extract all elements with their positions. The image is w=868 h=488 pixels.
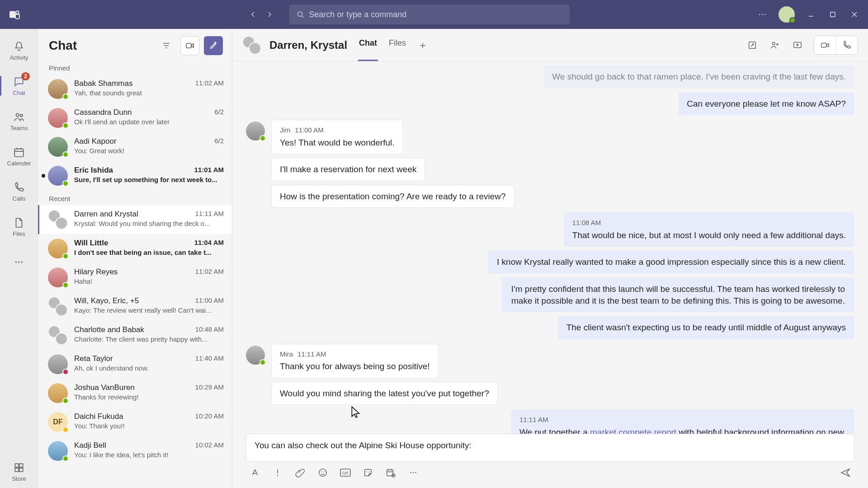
- chat-items-scroll[interactable]: Pinned Babak Shammas11:02 AM Yah, that s…: [38, 60, 232, 488]
- minimize-button[interactable]: [806, 9, 816, 20]
- message-text: Thank you for always being so positive!: [280, 361, 430, 371]
- tab-files[interactable]: Files: [388, 29, 407, 61]
- rail-calendar[interactable]: Calender: [0, 140, 38, 173]
- rail-activity[interactable]: Activity: [0, 34, 38, 67]
- chat-preview: Kayo: The review went really well! Can't…: [74, 306, 224, 314]
- chat-row-recent-6[interactable]: Joshua VanBuren10:29 AM Thanks for revie…: [38, 379, 232, 408]
- share-screen-button[interactable]: [788, 36, 807, 54]
- chat-row-recent-3[interactable]: Will, Kayo, Eric, +511:00 AM Kayo: The r…: [38, 292, 232, 321]
- svg-point-1: [16, 11, 19, 14]
- gif-button[interactable]: GIF: [339, 466, 352, 479]
- chat-row-pinned-1[interactable]: Cassandra Dunn6/2 Ok I'll send an update…: [38, 103, 232, 132]
- chat-preview: You: I like the idea, let's pitch it!: [74, 451, 224, 459]
- current-user-avatar[interactable]: [778, 6, 795, 23]
- chat-preview: You: Thank you!!: [74, 422, 224, 430]
- chat-time: 6/2: [214, 108, 224, 117]
- sender-name: Mira: [280, 350, 293, 359]
- send-button[interactable]: [839, 466, 852, 479]
- video-icon: [820, 40, 830, 50]
- message-bubble[interactable]: I'm pretty confident that this launch wi…: [502, 277, 854, 312]
- rail-store[interactable]: Store: [0, 455, 38, 488]
- priority-button[interactable]: [271, 466, 284, 479]
- emoji-button[interactable]: [316, 466, 329, 479]
- chat-row-recent-2[interactable]: Hilary Reyes11:02 AM Haha!: [38, 263, 232, 292]
- chat-time: 6/2: [214, 137, 224, 146]
- message-bubble[interactable]: The client wasn't expecting us to be rea…: [558, 316, 854, 339]
- titlebar: [0, 0, 868, 29]
- forward-button[interactable]: [263, 8, 276, 21]
- message-time: 11:00 AM: [295, 126, 323, 135]
- maximize-button[interactable]: [827, 9, 838, 20]
- rail-calls[interactable]: Calls: [0, 175, 38, 208]
- rail-chat[interactable]: 2 Chat: [0, 70, 38, 102]
- avatar: [48, 267, 68, 287]
- message-bubble[interactable]: Mira11:11 AM Thank you for always being …: [271, 344, 439, 378]
- conversation-title: Darren, Krystal: [269, 39, 347, 52]
- message-bubble[interactable]: Can everyone please let me know ASAP?: [678, 92, 854, 116]
- message-bubble[interactable]: How is the presentation coming? Are we r…: [271, 185, 514, 208]
- chat-row-recent-4[interactable]: Charlotte and Babak10:48 AM Charlotte: T…: [38, 321, 232, 350]
- composer-input[interactable]: [255, 441, 846, 453]
- chat-time: 11:40 AM: [195, 354, 224, 363]
- composer[interactable]: [246, 434, 854, 462]
- tab-chat[interactable]: Chat: [358, 29, 378, 61]
- svg-point-33: [413, 472, 414, 474]
- chat-row-recent-1[interactable]: Will Little11:04 AM I don't see that bei…: [38, 234, 232, 263]
- chat-row-recent-7[interactable]: DF Daichi Fukuda10:20 AM You: Thank you!…: [38, 408, 232, 436]
- message-bubble[interactable]: 11:08 AM That would be nice, but at most…: [564, 212, 854, 247]
- new-chat-button[interactable]: [204, 36, 223, 55]
- message-bubble[interactable]: I'll make a reservation for next week: [271, 158, 425, 181]
- chat-time: 11:01 AM: [194, 166, 224, 175]
- gif-icon: GIF: [340, 468, 351, 477]
- chat-row-recent-5[interactable]: Reta Taylor11:40 AM Ah, ok I understand …: [38, 350, 232, 379]
- chat-row-pinned-2[interactable]: Aadi Kapoor6/2 You: Great work!: [38, 132, 232, 161]
- file-icon: [13, 217, 25, 229]
- svg-text:GIF: GIF: [342, 471, 349, 475]
- avatar: [48, 296, 68, 316]
- chat-time: 11:04 AM: [194, 239, 224, 248]
- back-button[interactable]: [247, 8, 259, 21]
- chat-preview: Charlotte: The client was pretty happy w…: [74, 335, 224, 343]
- rail-files[interactable]: Files: [0, 211, 38, 243]
- search-input[interactable]: [309, 10, 562, 19]
- more-options-button[interactable]: [757, 9, 768, 20]
- filter-icon: [162, 41, 171, 50]
- message-bubble[interactable]: I know Krystal really wanted to make a g…: [488, 250, 854, 274]
- format-button[interactable]: [249, 466, 261, 479]
- message-self: 11:08 AM That would be nice, but at most…: [246, 212, 854, 339]
- schedule-meeting-button[interactable]: [384, 466, 397, 479]
- audio-call-button[interactable]: [836, 36, 858, 54]
- open-app-button[interactable]: [743, 36, 761, 54]
- conversation-tabs: Chat Files ＋: [358, 29, 429, 61]
- chat-row-pinned-0[interactable]: Babak Shammas11:02 AM Yah, that sounds g…: [38, 75, 232, 103]
- window-controls: [757, 6, 860, 23]
- chat-row-pinned-3[interactable]: Eric Ishida11:01 AM Sure, I'll set up so…: [38, 161, 232, 190]
- filter-button[interactable]: [157, 36, 176, 55]
- message-bubble[interactable]: We should go back to that ramen place. I…: [543, 65, 854, 89]
- chat-row-recent-8[interactable]: Kadji Bell10:02 AM You: I like the idea,…: [38, 436, 232, 465]
- search-box[interactable]: [289, 5, 570, 24]
- chat-preview: Ah, ok I understand now.: [74, 364, 224, 372]
- svg-point-12: [21, 261, 23, 263]
- message-link[interactable]: market compete report: [590, 427, 676, 434]
- svg-rect-17: [186, 43, 191, 48]
- message-bubble[interactable]: Would you mind sharing the latest you've…: [271, 382, 498, 405]
- attach-button[interactable]: [294, 466, 307, 479]
- add-tab-button[interactable]: ＋: [417, 29, 429, 61]
- rail-teams[interactable]: Teams: [0, 105, 38, 137]
- chat-preview: Sure, I'll set up something for next wee…: [74, 176, 224, 183]
- close-button[interactable]: [849, 9, 860, 20]
- message-bubble[interactable]: Jim11:00 AM Yes! That would be wonderful…: [271, 120, 403, 154]
- chat-row-recent-0[interactable]: Darren and Krystal11:11 AM Krystal: Woul…: [38, 205, 232, 234]
- rail-more[interactable]: [0, 246, 38, 278]
- sticker-button[interactable]: [362, 466, 374, 479]
- more-apps-button[interactable]: [407, 466, 420, 479]
- add-people-button[interactable]: [766, 36, 784, 54]
- messages-scroll[interactable]: We should go back to that ramen place. I…: [232, 61, 868, 434]
- chat-list-header: Chat: [38, 29, 232, 60]
- message-bubble[interactable]: 11:11 AM We put together a market compet…: [511, 409, 854, 434]
- apps-icon: [13, 462, 25, 474]
- meet-now-button[interactable]: [180, 36, 199, 55]
- composer-area: GIF: [232, 434, 868, 488]
- video-call-button[interactable]: [814, 36, 836, 54]
